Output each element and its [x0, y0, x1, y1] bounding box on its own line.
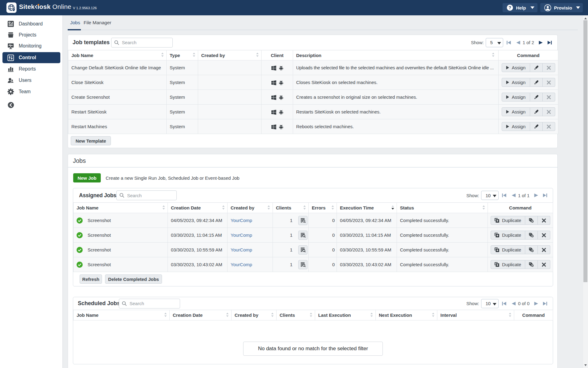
svg-text:?: ?	[509, 5, 511, 10]
